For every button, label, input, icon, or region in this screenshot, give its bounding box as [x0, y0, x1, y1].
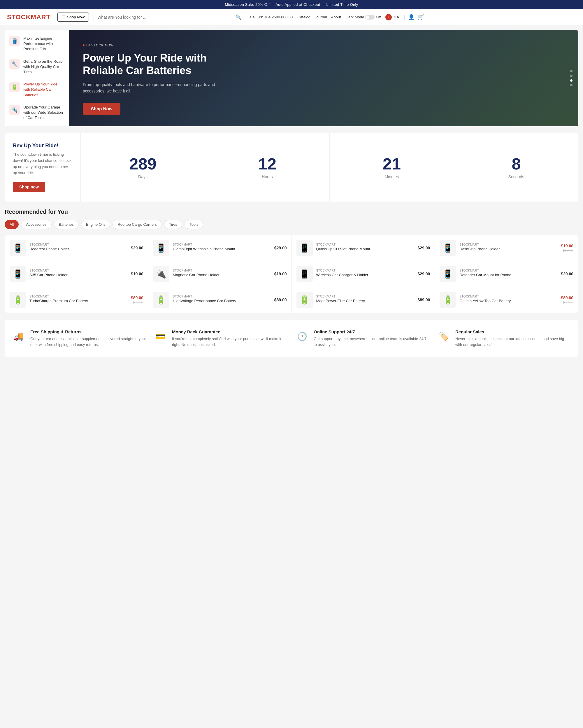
filter-rooftop[interactable]: Rooftop Cargo Carriers: [113, 220, 162, 229]
product-image: 📱: [440, 266, 456, 282]
timer-days-label: Days: [138, 175, 147, 179]
nav-journal[interactable]: Journal: [314, 15, 327, 19]
timer-seconds-label: Seconds: [508, 175, 524, 179]
search-bar[interactable]: 🔍: [93, 12, 245, 22]
country-code: CA: [393, 15, 399, 19]
hero-cta-button[interactable]: Shop Now: [83, 103, 120, 114]
product-brand: STOCKMART: [316, 243, 414, 246]
product-price-group: $19.00 $25.00: [561, 243, 573, 252]
timer-hours-label: Hours: [262, 175, 273, 179]
product-image: 🔋: [10, 292, 26, 308]
product-price-group: $89.00: [417, 297, 430, 302]
hero-dot-1[interactable]: [570, 70, 573, 72]
banner-text: Midseason Sale: 20% Off — Auto Applied a…: [225, 2, 358, 7]
hero-dot-4[interactable]: [570, 84, 573, 86]
product-card[interactable]: 📱 STOCKMART Defender Car Mount for Phone…: [435, 261, 578, 287]
timer-days: 289 Days: [80, 133, 205, 202]
sidebar-item-tires-label: Get a Grip on the Road with High-Quality…: [23, 59, 64, 75]
filter-all[interactable]: All: [5, 220, 19, 229]
feature-shipping: 🚚 Free Shipping & Returns Get your car a…: [12, 329, 146, 347]
product-name: ClampTight Windshield Phone Mount: [173, 247, 271, 252]
product-card[interactable]: 📱 STOCKMART DashGrip Phone Holder $19.00…: [435, 235, 578, 261]
sales-description: Never miss a deal — check out our latest…: [455, 336, 571, 347]
search-input[interactable]: [98, 15, 233, 20]
hero-description: From top-quality tools and hardware to p…: [83, 81, 234, 95]
product-price-group: $29.00: [561, 271, 573, 276]
countdown-section: Rev Up Your Ride! The countdown timer is…: [5, 133, 578, 202]
product-image: 📱: [153, 240, 169, 256]
sidebar-item-batteries[interactable]: 🔋 Power Up Your Ride with Reliable Car B…: [9, 82, 64, 98]
features-section: 🚚 Free Shipping & Returns Get your car a…: [5, 320, 578, 357]
header-nav: Catalog Journal About: [297, 15, 341, 19]
product-name: DashGrip Phone Holder: [460, 247, 557, 252]
shop-now-button[interactable]: ☰ Shop Now: [57, 12, 89, 22]
product-card[interactable]: 🔋 STOCKMART HighVoltage Performance Car …: [148, 287, 292, 313]
product-card[interactable]: 📱 STOCKMART ClampTight Windshield Phone …: [148, 235, 292, 261]
product-card[interactable]: 🔋 STOCKMART Optima Yellow Top Car Batter…: [435, 287, 578, 313]
logo[interactable]: STOCKMART: [7, 14, 50, 21]
timer-seconds-value: 8: [511, 156, 521, 172]
sidebar-item-oils[interactable]: 🛢️ Maximize Engine Performance with Prem…: [9, 36, 64, 52]
dark-mode-label: Dark Mode: [346, 15, 364, 19]
product-image: 🔋: [297, 292, 313, 308]
countdown-cta-button[interactable]: Shop now: [13, 182, 45, 192]
nav-about[interactable]: About: [331, 15, 341, 19]
product-price: $89.00: [131, 295, 143, 300]
shipping-text: Free Shipping & Returns Get your car and…: [30, 329, 146, 347]
dark-mode-toggle[interactable]: Dark Mode Off: [346, 15, 381, 20]
product-original-price: $99.00: [563, 300, 573, 304]
product-price: $19.00: [274, 271, 287, 276]
oils-icon: 🛢️: [9, 36, 20, 46]
product-price-group: $29.00: [417, 245, 430, 250]
shipping-title: Free Shipping & Returns: [30, 329, 146, 334]
countdown-left: Rev Up Your Ride! The countdown timer is…: [5, 133, 80, 202]
badge-dot: [83, 44, 85, 46]
sales-icon: 🏷️: [437, 329, 451, 343]
dark-mode-switch[interactable]: [365, 15, 374, 20]
product-price-group: $19.00: [274, 271, 287, 276]
header: STOCKMART ☰ Shop Now 🔍 Call Us: +84 2500…: [0, 9, 583, 25]
filter-tools[interactable]: Tools: [185, 220, 203, 229]
money-back-title: Money Back Guarantee: [172, 329, 288, 334]
product-card[interactable]: 📱 STOCKMART Wireless Car Charger & Holde…: [292, 261, 435, 287]
product-card[interactable]: 🔌 STOCKMART Magnetic Car Phone Holder $1…: [148, 261, 292, 287]
product-original-price: $99.00: [133, 300, 143, 304]
sales-text: Regular Sales Never miss a deal — check …: [455, 329, 571, 347]
product-card[interactable]: 📱 STOCKMART QuickClip CD Slot Phone Moun…: [292, 235, 435, 261]
hero-section: 🛢️ Maximize Engine Performance with Prem…: [5, 30, 578, 126]
sidebar-item-tools[interactable]: 🔩 Upgrade Your Garage with our Wide Sele…: [9, 105, 64, 121]
support-title: Online Support 24/7: [314, 329, 430, 334]
product-image: 📱: [440, 240, 456, 256]
country-selector[interactable]: 🍁 CA: [385, 14, 399, 20]
product-card[interactable]: 📱 STOCKMART S35 Car Phone Holder $19.00: [5, 261, 148, 287]
filter-batteries[interactable]: Batteries: [54, 220, 79, 229]
product-card[interactable]: 🔋 STOCKMART MegaPower Elite Car Battery …: [292, 287, 435, 313]
hero-dot-3[interactable]: [570, 79, 573, 82]
hero-dot-2[interactable]: [570, 75, 573, 77]
money-back-text: Money Back Guarantee If you're not compl…: [172, 329, 288, 347]
timer-seconds: 8 Seconds: [454, 133, 578, 202]
product-card[interactable]: 🔋 STOCKMART TurboCharge Premium Car Batt…: [5, 287, 148, 313]
product-info: STOCKMART Wireless Car Charger & Holder: [316, 269, 414, 279]
nav-catalog[interactable]: Catalog: [297, 15, 310, 19]
countdown-title: Rev Up Your Ride!: [13, 142, 72, 149]
filter-tabs: All Accessories Batteries Engine Oils Ro…: [5, 220, 578, 229]
filter-engine-oils[interactable]: Engine Oils: [81, 220, 110, 229]
product-price: $29.00: [274, 245, 287, 250]
hero-dots: [570, 70, 573, 86]
support-icon: 🕐: [295, 329, 309, 343]
product-card[interactable]: 📱 STOCKMART Headrest Phone Holder $29.00: [5, 235, 148, 261]
sidebar-item-tires[interactable]: 🔧 Get a Grip on the Road with High-Quali…: [9, 59, 64, 75]
product-price: $29.00: [417, 271, 430, 276]
hero-content: IN STOCK NOW Power Up Your Ride with Rel…: [83, 42, 234, 114]
cart-icon[interactable]: 🛒: [417, 14, 424, 20]
product-price: $29.00: [561, 271, 573, 276]
filter-accessories[interactable]: Accessories: [21, 220, 51, 229]
timer-minutes-value: 21: [383, 156, 401, 172]
shop-now-label: Shop Now: [67, 15, 85, 19]
user-icon[interactable]: 👤: [408, 14, 415, 20]
filter-tires[interactable]: Tires: [164, 220, 182, 229]
product-image: 🔌: [153, 266, 169, 282]
timer-hours-value: 12: [258, 156, 276, 172]
product-info: STOCKMART Defender Car Mount for Phone: [460, 269, 557, 279]
